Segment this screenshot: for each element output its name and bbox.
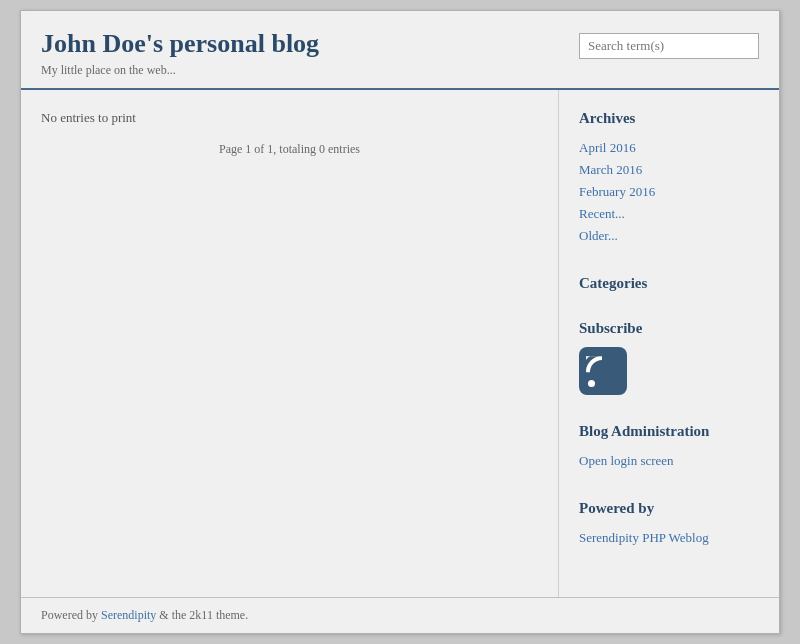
blog-admin-heading: Blog Administration — [579, 423, 759, 440]
pagination-text: Page 1 of 1, totaling 0 entries — [41, 142, 538, 157]
powered-by-link[interactable]: Serendipity PHP Weblog — [579, 527, 759, 549]
footer-text-prefix: Powered by — [41, 608, 101, 622]
site-title: John Doe's personal blog — [41, 29, 319, 59]
open-login-link[interactable]: Open login screen — [579, 450, 759, 472]
archive-link-older[interactable]: Older... — [579, 225, 759, 247]
powered-by-heading: Powered by — [579, 500, 759, 517]
sidebar: Archives April 2016 March 2016 February … — [559, 90, 779, 598]
archive-link-march2016[interactable]: March 2016 — [579, 159, 759, 181]
site-tagline: My little place on the web... — [41, 63, 319, 78]
rss-icon[interactable]: ⧉ — [579, 347, 627, 395]
archive-link-recent[interactable]: Recent... — [579, 203, 759, 225]
powered-by-section: Powered by Serendipity PHP Weblog — [579, 500, 759, 549]
header-left: John Doe's personal blog My little place… — [41, 29, 319, 78]
archive-link-april2016[interactable]: April 2016 — [579, 137, 759, 159]
main-layout: No entries to print Page 1 of 1, totalin… — [21, 90, 779, 598]
subscribe-heading: Subscribe — [579, 320, 759, 337]
search-area — [579, 29, 759, 59]
categories-heading: Categories — [579, 275, 759, 292]
content-area: No entries to print Page 1 of 1, totalin… — [21, 90, 559, 598]
search-input[interactable] — [579, 33, 759, 59]
subscribe-section: Subscribe ⧉ — [579, 320, 759, 395]
footer-serendipity-link[interactable]: Serendipity — [101, 608, 156, 622]
blog-admin-section: Blog Administration Open login screen — [579, 423, 759, 472]
archives-section: Archives April 2016 March 2016 February … — [579, 110, 759, 247]
archive-link-feb2016[interactable]: February 2016 — [579, 181, 759, 203]
site-footer: Powered by Serendipity & the 2k11 theme. — [21, 597, 779, 633]
no-entries-label: No entries to print — [41, 110, 538, 126]
page-wrapper: John Doe's personal blog My little place… — [20, 10, 780, 635]
footer-text-suffix: & the 2k11 theme. — [156, 608, 248, 622]
site-header: John Doe's personal blog My little place… — [21, 11, 779, 90]
categories-section: Categories — [579, 275, 759, 292]
archives-heading: Archives — [579, 110, 759, 127]
